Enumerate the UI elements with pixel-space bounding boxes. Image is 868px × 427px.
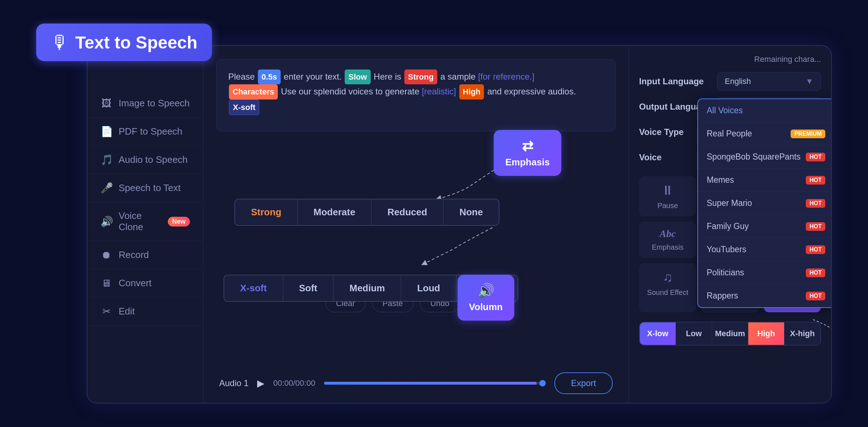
voice-type-dropdown: All Voices Real People PREMIUM SpongeBob… bbox=[697, 98, 832, 308]
export-button[interactable]: Export bbox=[554, 372, 613, 394]
dropdown-item-supermario[interactable]: Super Mario HOT bbox=[698, 192, 832, 215]
hot-badge-rappers: HOT bbox=[806, 292, 825, 300]
editor-text: Please 0.5s enter your text. Slow Here i… bbox=[228, 69, 604, 115]
emphasis-reduced-btn[interactable]: Reduced bbox=[371, 199, 443, 225]
sidebar-item-audio-to-speech[interactable]: 🎵 Audio to Speech bbox=[88, 146, 203, 174]
pause-label: Pause bbox=[658, 202, 678, 210]
editor-area[interactable]: Please 0.5s enter your text. Slow Here i… bbox=[216, 59, 616, 131]
dropdown-label-all-voices: All Voices bbox=[707, 106, 743, 115]
sidebar-label-pdf-to-speech: PDF to Speech bbox=[119, 126, 182, 137]
sidebar-item-voice-clone[interactable]: 🔊 Voice Clone New bbox=[88, 202, 203, 241]
sidebar-item-image-to-speech[interactable]: 🖼 Image to Speech bbox=[88, 89, 203, 118]
editor-mid1: enter your text. bbox=[284, 72, 344, 81]
dropdown-item-memes[interactable]: Memes HOT bbox=[698, 169, 832, 192]
hot-badge-youtubers: HOT bbox=[806, 245, 825, 254]
volume-xsoft-btn[interactable]: X-soft bbox=[224, 275, 283, 301]
popup-container: ⇄ Emphasis Strong Moderate bbox=[216, 137, 616, 289]
pitch-xlow-btn[interactable]: X-low bbox=[640, 322, 676, 345]
logo-icon: 🎙 bbox=[51, 31, 69, 53]
volume-soft-btn[interactable]: Soft bbox=[283, 275, 334, 301]
audio-icon: 🎵 bbox=[101, 154, 112, 166]
volume-popup: 🔊 Volumn bbox=[458, 275, 514, 321]
new-badge: New bbox=[168, 217, 190, 227]
hot-badge-spongebob: HOT bbox=[806, 153, 825, 161]
pitch-high-btn[interactable]: High bbox=[748, 322, 784, 345]
premium-badge: PREMIUM bbox=[791, 130, 825, 138]
logo-text: Text to Speech bbox=[75, 33, 197, 52]
bracket2: [realistic] bbox=[422, 86, 456, 96]
dropdown-label-real-people: Real People bbox=[707, 129, 752, 139]
sidebar-item-convert[interactable]: 🖥 Convert bbox=[88, 269, 203, 297]
pitch-xhigh-btn[interactable]: X-high bbox=[784, 322, 820, 345]
sidebar-item-speech-to-text[interactable]: 🎤 Speech to Text bbox=[88, 174, 203, 202]
dropdown-item-real-people[interactable]: Real People PREMIUM bbox=[698, 122, 832, 145]
emphasis-moderate-btn[interactable]: Moderate bbox=[298, 199, 372, 225]
editor-mid3: a sample bbox=[441, 72, 478, 81]
hot-badge-familyguy: HOT bbox=[806, 222, 825, 231]
hot-badge-supermario: HOT bbox=[806, 199, 825, 208]
input-language-value: English bbox=[725, 77, 751, 86]
dropdown-label-familyguy: Family Guy bbox=[707, 221, 749, 231]
play-button[interactable]: ▶ bbox=[257, 378, 264, 389]
tag-strong: Strong bbox=[404, 69, 437, 84]
volume-loud-btn[interactable]: Loud bbox=[401, 275, 456, 301]
sound-effect-cell[interactable]: ♫ Sound Effect bbox=[639, 263, 696, 312]
emphasis-none-btn[interactable]: None bbox=[443, 199, 499, 225]
emphasis-icon: Abc bbox=[660, 228, 676, 240]
progress-fill bbox=[324, 382, 537, 385]
dropdown-item-familyguy[interactable]: Family Guy HOT bbox=[698, 215, 832, 238]
dropdown-item-politicians[interactable]: Politicians HOT bbox=[698, 261, 832, 284]
sidebar-item-record[interactable]: ⏺ Record bbox=[88, 241, 203, 269]
sidebar-label-voice-clone: Voice Clone bbox=[119, 210, 161, 233]
speech-text-icon: 🎤 bbox=[101, 182, 112, 194]
record-icon: ⏺ bbox=[101, 249, 112, 261]
dropdown-label-politicians: Politicians bbox=[707, 268, 744, 278]
emphasis-strong-btn[interactable]: Strong bbox=[235, 199, 298, 225]
pdf-icon: 📄 bbox=[101, 126, 112, 138]
dropdown-item-rappers[interactable]: Rappers HOT bbox=[698, 284, 832, 307]
emphasis-popup-icon: ⇄ bbox=[522, 138, 533, 154]
sidebar-item-pdf-to-speech[interactable]: 📄 PDF to Speech bbox=[88, 118, 203, 146]
pitch-low-btn[interactable]: Low bbox=[676, 322, 712, 345]
edit-icon: ✂ bbox=[101, 305, 112, 317]
sidebar-label-speech-to-text: Speech to Text bbox=[119, 182, 181, 194]
main-window: 🖼 Image to Speech 📄 PDF to Speech 🎵 Audi… bbox=[87, 45, 832, 403]
pause-cell[interactable]: ⏸ Pause bbox=[639, 176, 696, 216]
progress-bar[interactable] bbox=[324, 382, 546, 385]
dropdown-item-youtubers[interactable]: YouTubers HOT bbox=[698, 238, 832, 261]
emphasis-popup-label: Emphasis bbox=[505, 157, 550, 168]
main-content: Please 0.5s enter your text. Slow Here i… bbox=[203, 46, 629, 403]
bracket1: [for reference.] bbox=[478, 72, 535, 81]
dropdown-label-youtubers: YouTubers bbox=[707, 245, 746, 254]
tag-characters: Characters bbox=[229, 84, 278, 99]
logo-card: 🎙 Text to Speech bbox=[36, 24, 212, 61]
tag-0.5s: 0.5s bbox=[258, 69, 281, 84]
tag-xsoft: X-soft bbox=[229, 100, 259, 115]
convert-icon: 🖥 bbox=[101, 277, 112, 289]
editor-mid2: Here is bbox=[374, 72, 404, 81]
sound-effect-label: Sound Effect bbox=[647, 288, 688, 297]
pitch-medium-btn[interactable]: Medium bbox=[712, 322, 748, 345]
audio-player: Audio 1 ▶ 00:00/00:00 Export bbox=[216, 372, 616, 394]
dropdown-item-spongebob[interactable]: SpongeBob SquarePants HOT bbox=[698, 145, 832, 169]
tag-high: High bbox=[459, 84, 484, 99]
volume-arrow bbox=[406, 220, 507, 271]
remaining-chars: Remaining chara... bbox=[639, 55, 821, 64]
input-language-select[interactable]: English ▼ bbox=[717, 72, 821, 91]
sidebar-label-image-to-speech: Image to Speech bbox=[119, 98, 190, 109]
dropdown-item-all-voices[interactable]: All Voices bbox=[698, 99, 832, 122]
sidebar-label-edit: Edit bbox=[119, 306, 135, 317]
volume-medium-btn[interactable]: Medium bbox=[333, 275, 401, 301]
image-icon: 🖼 bbox=[101, 97, 112, 109]
emphasis-label: Emphasis bbox=[652, 243, 684, 251]
dropdown-label-supermario: Super Mario bbox=[707, 198, 752, 208]
emphasis-cell[interactable]: Abc Emphasis bbox=[639, 221, 696, 258]
progress-dot bbox=[539, 380, 546, 386]
sidebar-label-convert: Convert bbox=[119, 278, 152, 289]
input-language-chevron: ▼ bbox=[805, 77, 813, 86]
sidebar-item-edit[interactable]: ✂ Edit bbox=[88, 297, 203, 326]
dropdown-label-spongebob: SpongeBob SquarePants bbox=[707, 152, 801, 162]
emphasis-popup: ⇄ Emphasis bbox=[494, 130, 561, 176]
dropdown-label-rappers: Rappers bbox=[707, 291, 738, 301]
input-language-label: Input Language bbox=[639, 76, 711, 86]
